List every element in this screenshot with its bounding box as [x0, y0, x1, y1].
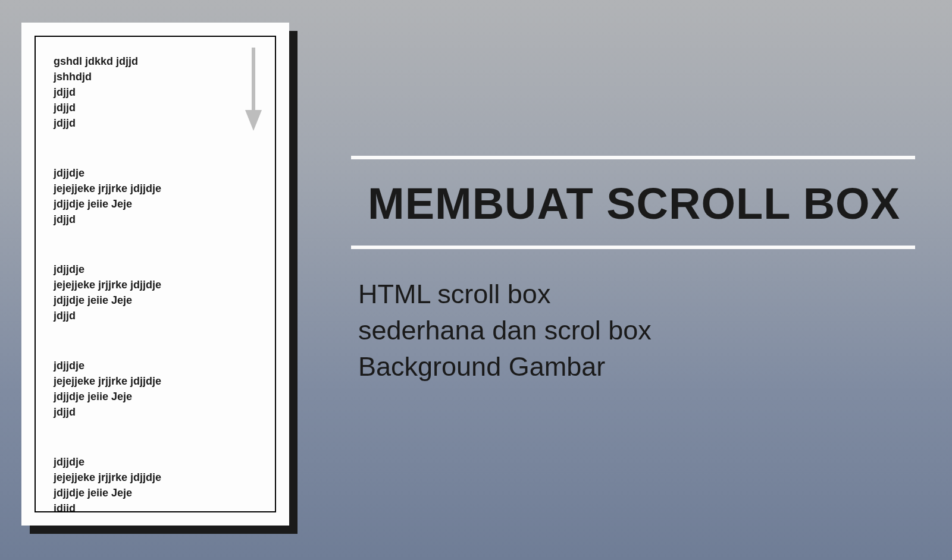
subtitle-line: Background Gambar: [358, 349, 915, 385]
page-title: MEMBUAT SCROLL BOX: [351, 159, 915, 246]
heading-panel: MEMBUAT SCROLL BOX HTML scroll boxsederh…: [351, 156, 915, 385]
text-line: jdjjdje: [54, 358, 257, 373]
text-line: jejejjeke jrjjrke jdjjdje: [54, 470, 257, 485]
text-line: jdjjdje jeiie Jeje: [54, 485, 257, 501]
text-block: jdjjdjejejejjeke jrjjrke jdjjdjejdjjdje …: [54, 262, 257, 323]
divider-bottom: [351, 246, 915, 249]
page-subtitle: HTML scroll boxsederhana dan scrol boxBa…: [351, 276, 915, 385]
text-line: jdjjdje jeiie Jeje: [54, 389, 257, 404]
text-line: jdjjd: [54, 212, 257, 227]
text-line: gshdl jdkkd jdjjd: [54, 54, 257, 69]
text-line: jdjjdje: [54, 454, 257, 470]
text-block: jdjjdjejejejjeke jrjjrke jdjjdjejdjjdje …: [54, 165, 257, 227]
scroll-box-card: gshdl jdkkd jdjjdjshhdjdjdjjdjdjjdjdjjdj…: [21, 23, 289, 526]
subtitle-line: HTML scroll box: [358, 276, 915, 313]
text-line: jdjjd: [54, 115, 257, 131]
card-surface: gshdl jdkkd jdjjdjshhdjdjdjjdjdjjdjdjjdj…: [21, 23, 289, 526]
text-line: jdjjd: [54, 501, 257, 512]
down-arrow-icon: [245, 48, 262, 131]
scroll-content: gshdl jdkkd jdjjdjshhdjdjdjjdjdjjdjdjjdj…: [54, 54, 257, 512]
text-line: jdjjdje jeiie Jeje: [54, 196, 257, 212]
text-line: jdjjd: [54, 404, 257, 420]
svg-marker-1: [245, 110, 262, 131]
text-block: jdjjdjejejejjeke jrjjrke jdjjdjejdjjdje …: [54, 358, 257, 420]
text-line: jejejjeke jrjjrke jdjjdje: [54, 373, 257, 389]
text-line: jejejjeke jrjjrke jdjjdje: [54, 277, 257, 292]
subtitle-line: sederhana dan scrol box: [358, 313, 915, 349]
text-line: jdjjdje: [54, 165, 257, 181]
scroll-box-area[interactable]: gshdl jdkkd jdjjdjshhdjdjdjjdjdjjdjdjjdj…: [35, 36, 276, 512]
text-line: jejejjeke jrjjrke jdjjdje: [54, 181, 257, 196]
text-line: jdjjd: [54, 100, 257, 115]
text-line: jdjjd: [54, 84, 257, 100]
text-line: jdjjdje: [54, 262, 257, 277]
text-line: jdjjdje jeiie Jeje: [54, 292, 257, 308]
text-block: gshdl jdkkd jdjjdjshhdjdjdjjdjdjjdjdjjd: [54, 54, 257, 131]
text-line: jshhdjd: [54, 69, 257, 84]
text-block: jdjjdjejejejjeke jrjjrke jdjjdjejdjjdje …: [54, 454, 257, 512]
text-line: jdjjd: [54, 308, 257, 323]
